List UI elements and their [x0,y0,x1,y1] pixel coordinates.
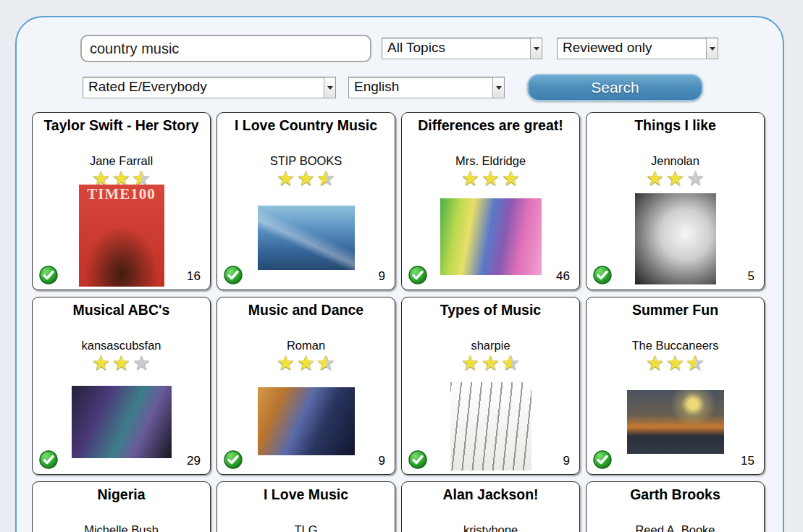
book-title: Differences are great! [404,117,577,134]
book-count: 29 [187,454,201,468]
reviewed-check-icon [224,450,243,469]
reviewed-check-icon [408,450,427,469]
book-thumbnail: TIME100 [79,185,164,287]
reviewed-check-icon [39,266,58,284]
book-title: Nigeria [35,486,208,503]
reviewed-check-icon [593,266,612,284]
book-thumbnail [258,206,355,270]
reviewed-dropdown[interactable]: Reviewed only [557,38,718,59]
book-count: 9 [379,269,385,284]
book-title: Alan Jackson! [404,486,577,503]
book-author: TLG [217,523,395,532]
book-card[interactable]: Things I like Jennolan ★★★★★★ 5 [586,112,765,290]
book-author: The Buccaneers [587,339,764,352]
book-count: 9 [379,454,385,468]
book-thumbnail [258,387,355,455]
thumbnail-text: TIME100 [79,185,164,203]
book-card[interactable]: I Love Country Music STIP BOOKS ★★★★★★ 9 [216,112,395,290]
book-title: I Love Music [219,486,392,503]
book-title: Music and Dance [219,302,392,318]
book-card[interactable]: Types of Music sharpie ★★★★★★ 9 [401,297,580,475]
search-controls: All Topics Reviewed only Rated E/Everybo… [17,17,783,101]
book-thumbnail [627,390,724,454]
book-count: 15 [741,454,754,468]
dropdown-arrow-icon [706,38,718,59]
book-card[interactable]: Music and Dance Roman ★★★★★★ 9 [216,297,395,475]
book-card[interactable]: Alan Jackson! kristyhope [401,481,580,532]
rating-stars: ★★★★★★ [402,168,579,191]
book-thumbnail [72,386,172,458]
book-author: kristyhope [402,523,579,532]
book-author: Mrs. Eldridge [402,154,579,168]
dropdown-arrow-icon [492,77,504,98]
rating-stars: ★★★★★★ [402,352,579,376]
search-input[interactable] [80,35,371,62]
book-card[interactable]: Differences are great! Mrs. Eldridge ★★★… [401,112,580,290]
book-card[interactable]: Nigeria Michelle Bush [32,481,211,532]
book-title: Taylor Swift - Her Story [35,117,208,134]
book-count: 9 [563,454,570,468]
book-card[interactable]: Summer Fun The Buccaneers ★★★★★★ 15 [586,297,765,475]
rating-dropdown[interactable]: Rated E/Everybody [83,77,336,98]
book-thumbnail [635,193,716,284]
book-card[interactable]: Garth Brooks Reed A. Booke [586,481,765,532]
book-card[interactable]: Musical ABC's kansascubsfan ★★★★★★ 29 [32,297,211,475]
book-title: Garth Brooks [589,486,762,503]
book-title: Musical ABC's [35,302,208,318]
topics-dropdown-value: All Topics [382,40,530,57]
search-results-page: { "colors": { "panel_border_blue": "#5b9… [0,0,803,532]
rating-stars: ★★★★★★ [217,352,395,376]
controls-row-2: Rated E/Everybody English Search [83,74,783,101]
book-author: Reed A. Booke [587,523,764,532]
language-dropdown-value: English [349,79,492,96]
topics-dropdown[interactable]: All Topics [382,38,542,59]
book-title: I Love Country Music [219,117,392,134]
language-dropdown[interactable]: English [348,77,505,98]
rating-stars: ★★★★★★ [33,352,210,376]
reviewed-check-icon [593,450,612,469]
book-thumbnail [450,382,531,470]
book-count: 16 [187,269,201,284]
book-author: sharpie [402,339,579,352]
book-thumbnail [440,198,542,275]
reviewed-check-icon [224,266,243,284]
book-results-grid: Taylor Swift - Her Story Jane Farrall ★★… [32,112,778,532]
book-count: 5 [748,269,754,284]
book-author: Roman [217,339,395,352]
rating-stars: ★★★★★★ [587,352,764,376]
book-author: STIP BOOKS [217,154,395,168]
results-panel: All Topics Reviewed only Rated E/Everybo… [15,16,784,532]
book-author: Jennolan [587,154,764,168]
book-title: Types of Music [404,302,577,318]
rating-dropdown-value: Rated E/Everybody [83,79,324,96]
reviewed-check-icon [408,266,427,284]
controls-row-1: All Topics Reviewed only [80,35,783,62]
reviewed-dropdown-value: Reviewed only [558,40,706,57]
dropdown-arrow-icon [324,77,335,98]
book-author: Michelle Bush [33,523,210,532]
book-author: Jane Farrall [33,154,210,168]
book-title: Things I like [589,117,762,134]
rating-stars: ★★★★★★ [217,168,395,191]
book-card[interactable]: Taylor Swift - Her Story Jane Farrall ★★… [32,112,211,290]
book-title: Summer Fun [589,302,762,318]
book-author: kansascubsfan [33,339,210,352]
search-button[interactable]: Search [527,74,703,101]
rating-stars: ★★★★★★ [587,168,764,191]
book-count: 46 [556,269,570,284]
reviewed-check-icon [39,450,58,469]
dropdown-arrow-icon [530,38,542,59]
book-card[interactable]: I Love Music TLG [216,481,395,532]
